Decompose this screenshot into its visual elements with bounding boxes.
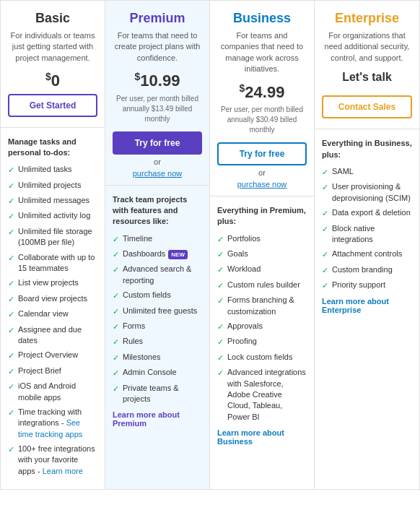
checkmark-icon: ✓	[8, 407, 14, 418]
feature-item: ✓Unlimited file storage (100MB per file)	[8, 226, 97, 248]
feature-item: ✓Lock custom fields	[217, 352, 307, 363]
checkmark-icon: ✓	[8, 381, 14, 392]
checkmark-icon: ✓	[8, 350, 14, 361]
checkmark-icon: ✓	[113, 384, 119, 394]
checkmark-icon: ✓	[113, 368, 119, 379]
plan-price-note-business: Per user, per month billed annually $30.…	[217, 105, 307, 135]
plan-cta-premium[interactable]: Try for free	[113, 131, 202, 155]
checkmark-icon: ✓	[217, 321, 224, 332]
learn-more-business[interactable]: Learn more about Business	[217, 428, 307, 446]
feature-item: ✓DashboardsNEW	[113, 248, 202, 260]
checkmark-icon: ✓	[8, 181, 14, 191]
feature-item: ✓Unlimited tasks	[8, 164, 97, 176]
checkmark-icon: ✓	[217, 234, 224, 245]
feature-link[interactable]: See time tracking apps	[18, 418, 82, 438]
checkmark-icon: ✓	[113, 306, 119, 317]
checkmark-icon: ✓	[8, 366, 14, 377]
plan-features-business: Everything in Premium, plus:✓Portfolios✓…	[210, 196, 314, 489]
feature-item: ✓Time tracking with integrations - See t…	[8, 407, 97, 440]
plan-header-enterprise: EnterpriseFor organizations that need ad…	[315, 1, 419, 129]
learn-more-premium[interactable]: Learn more about Premium	[113, 410, 202, 428]
checkmark-icon: ✓	[8, 325, 14, 336]
pricing-grid: BasicFor individuals or teams just getti…	[0, 0, 420, 490]
features-intro-premium: Track team projects with features and re…	[113, 194, 202, 228]
feature-item: ✓Milestones	[113, 352, 202, 363]
feature-item: ✓Board view projects	[8, 293, 97, 305]
checkmark-icon: ✓	[322, 224, 328, 235]
plan-col-basic: BasicFor individuals or teams just getti…	[1, 1, 105, 489]
checkmark-icon: ✓	[322, 265, 328, 276]
plan-features-premium: Track team projects with features and re…	[105, 186, 209, 490]
feature-item: ✓Advanced search & reporting	[113, 264, 202, 286]
feature-item: ✓Portfolios	[217, 233, 307, 245]
feature-item: ✓Unlimited messages	[8, 195, 97, 207]
plan-col-premium: PremiumFor teams that need to create pro…	[105, 1, 210, 489]
plan-name-enterprise: Enterprise	[322, 11, 412, 26]
checkmark-icon: ✓	[217, 368, 224, 379]
feature-item: ✓List view projects	[8, 277, 97, 289]
feature-item: ✓Block native integrations	[322, 223, 412, 246]
feature-item: ✓Rules	[113, 336, 202, 347]
feature-item: ✓Proofing	[217, 336, 307, 347]
plan-cta-enterprise[interactable]: Contact Sales	[322, 95, 412, 118]
features-intro-enterprise: Everything in Business, plus:	[322, 138, 412, 160]
feature-item: ✓Priority support	[322, 280, 412, 291]
checkmark-icon: ✓	[8, 165, 14, 176]
plan-price-premium: $10.99	[113, 71, 202, 90]
plan-name-basic: Basic	[8, 11, 97, 26]
plan-col-business: BusinessFor teams and companies that nee…	[210, 1, 315, 489]
checkmark-icon: ✓	[8, 211, 14, 222]
checkmark-icon: ✓	[217, 264, 224, 275]
checkmark-icon: ✓	[322, 280, 328, 291]
feature-item: ✓Project Overview	[8, 350, 97, 361]
feature-item: ✓Private teams & projects	[113, 383, 202, 405]
feature-item: ✓Unlimited free guests	[113, 306, 202, 317]
plan-lets-talk-enterprise: Let's talk	[322, 71, 412, 84]
feature-item: ✓Custom branding	[322, 264, 412, 276]
checkmark-icon: ✓	[217, 249, 224, 260]
feature-item: ✓Unlimited projects	[8, 180, 97, 191]
feature-item: ✓iOS and Android mobile apps	[8, 381, 97, 403]
feature-item: ✓Forms branching & customization	[217, 295, 307, 317]
checkmark-icon: ✓	[8, 309, 14, 320]
plan-header-business: BusinessFor teams and companies that nee…	[210, 1, 314, 196]
checkmark-icon: ✓	[8, 253, 14, 264]
plan-price-business: $24.99	[217, 82, 307, 102]
feature-item: ✓Goals	[217, 248, 307, 260]
feature-link[interactable]: Learn more	[43, 467, 83, 475]
feature-item: ✓SAML	[322, 166, 412, 178]
checkmark-icon: ✓	[113, 337, 119, 347]
checkmark-icon: ✓	[113, 249, 119, 260]
checkmark-icon: ✓	[217, 353, 224, 363]
learn-more-enterprise[interactable]: Learn more about Enterprise	[322, 297, 412, 314]
plan-purchase-link-business[interactable]: purchase now	[217, 180, 307, 189]
checkmark-icon: ✓	[217, 337, 224, 347]
plan-or-business: or	[217, 168, 307, 177]
plan-desc-basic: For individuals or teams just getting st…	[8, 30, 97, 64]
checkmark-icon: ✓	[8, 227, 14, 238]
checkmark-icon: ✓	[113, 353, 119, 363]
plan-cta-basic[interactable]: Get Started	[8, 94, 97, 117]
checkmark-icon: ✓	[8, 278, 14, 289]
feature-item: ✓Assignee and due dates	[8, 324, 97, 347]
new-badge: NEW	[168, 250, 188, 259]
checkmark-icon: ✓	[217, 295, 224, 306]
plan-cta-business[interactable]: Try for free	[217, 142, 307, 165]
plan-features-enterprise: Everything in Business, plus:✓SAML✓User …	[315, 129, 419, 489]
checkmark-icon: ✓	[113, 321, 119, 332]
checkmark-icon: ✓	[322, 182, 328, 193]
checkmark-icon: ✓	[8, 196, 14, 207]
plan-desc-business: For teams and companies that need to man…	[217, 30, 307, 75]
checkmark-icon: ✓	[217, 280, 224, 291]
feature-item: ✓Calendar view	[8, 308, 97, 320]
feature-item: ✓Data export & deletion	[322, 207, 412, 219]
plan-price-note-premium: Per user, per month billed annually $13.…	[113, 94, 202, 124]
feature-item: ✓Timeline	[113, 233, 202, 245]
checkmark-icon: ✓	[113, 264, 119, 275]
feature-item: ✓Custom fields	[113, 290, 202, 301]
plan-header-basic: BasicFor individuals or teams just getti…	[1, 1, 105, 128]
plan-header-premium: PremiumFor teams that need to create pro…	[105, 1, 209, 186]
plan-purchase-link-premium[interactable]: purchase now	[113, 169, 202, 178]
features-intro-business: Everything in Premium, plus:	[217, 205, 307, 228]
feature-item: ✓Custom rules builder	[217, 280, 307, 291]
